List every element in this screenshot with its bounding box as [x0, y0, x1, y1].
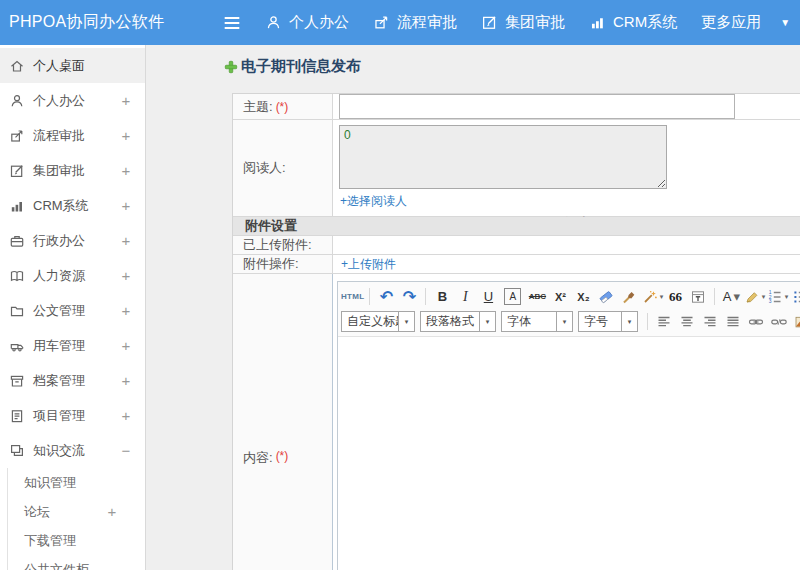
sidebar-item-personal-desktop[interactable]: 个人桌面 — [0, 48, 145, 83]
upload-attachment-link[interactable]: +上传附件 — [341, 256, 396, 273]
expand-toggle[interactable]: + — [120, 267, 132, 284]
sidebar-subitem-public-file-cabinet[interactable]: 公共文件柜 — [8, 555, 145, 570]
caret-down-icon: ▾ — [479, 312, 495, 331]
required-mark: (*) — [276, 100, 289, 114]
subject-input[interactable] — [339, 94, 735, 119]
readers-row: 阅读人: 0 +选择阅读人 请选择阅读人,不选为所有人可查看 提醒阅读人: ✔ … — [233, 120, 800, 217]
nav-personal-office[interactable]: 个人办公 — [265, 13, 349, 32]
eraser-icon[interactable] — [595, 286, 617, 307]
sidebar-item-document-management[interactable]: 公文管理 + — [0, 293, 145, 328]
sidebar-item-knowledge-exchange[interactable]: 知识交流 − — [0, 433, 145, 468]
sidebar-subitem-download-management[interactable]: 下载管理 — [8, 526, 145, 555]
sidebar-item-workflow-approval[interactable]: 流程审批 + — [0, 118, 145, 153]
highlight-pen-icon[interactable]: ▾ — [743, 286, 765, 307]
subscript-button[interactable]: X₂ — [572, 286, 594, 307]
redo-icon[interactable]: ↷ — [398, 286, 420, 307]
strikethrough-button[interactable]: ABC — [526, 286, 548, 307]
expand-toggle[interactable]: + — [120, 92, 132, 109]
paragraph-format-select[interactable]: 段落格式 ▾ — [420, 311, 496, 332]
sidebar-item-project-management[interactable]: 项目管理 + — [0, 398, 145, 433]
uploaded-attachments-label: 已上传附件: — [233, 236, 333, 254]
heading-select[interactable]: 自定义标题 ▾ — [341, 311, 415, 332]
font-size-select[interactable]: 字号 ▾ — [578, 311, 638, 332]
clipboard-icon — [9, 408, 25, 424]
italic-button[interactable]: I — [454, 286, 476, 307]
justify-icon[interactable] — [722, 311, 744, 332]
align-center-icon[interactable] — [676, 311, 698, 332]
blockquote-button[interactable]: 66 — [664, 286, 686, 307]
top-header: PHPOA协同办公软件 个人办公 流程审批 集团审批 CRM系统 更多应用 ▼ — [0, 0, 800, 45]
font-family-select[interactable]: 字体 ▾ — [501, 311, 573, 332]
page-title-text: 电子期刊信息发布 — [241, 57, 361, 76]
nav-label: 更多应用 — [701, 13, 761, 32]
caret-down-icon[interactable]: ▼ — [780, 17, 790, 28]
font-color-button[interactable]: A▾ — [720, 286, 742, 307]
expand-toggle[interactable]: + — [120, 302, 132, 319]
page-title: 电子期刊信息发布 — [224, 57, 361, 76]
subject-label: 主题: (*) — [233, 94, 333, 119]
attachment-ops-label: 附件操作: — [233, 255, 333, 273]
publish-form: 主题: (*) 阅读人: 0 +选择阅读人 请选择阅读人,不选为所有人可查看 提… — [232, 93, 800, 570]
undo-icon[interactable]: ↶ — [375, 286, 397, 307]
rich-text-editor: HTML ↶ ↷ B I U A ABC X² X₂ ▾ — [337, 281, 800, 570]
table-icon[interactable] — [687, 286, 709, 307]
caret-down-icon: ▾ — [398, 312, 414, 331]
expand-toggle[interactable]: + — [120, 337, 132, 354]
toolbar-separator — [647, 313, 648, 330]
sidebar-item-crm-system[interactable]: CRM系统 + — [0, 188, 145, 223]
person-icon — [265, 14, 282, 31]
font-box-button[interactable]: A — [504, 288, 521, 305]
expand-toggle[interactable]: + — [120, 372, 132, 389]
menu-toggle[interactable] — [221, 12, 243, 34]
expand-toggle[interactable]: + — [120, 127, 132, 144]
uploaded-attachments-value — [333, 236, 800, 254]
magic-wand-icon[interactable]: ▾ — [641, 286, 663, 307]
bold-button[interactable]: B — [431, 286, 453, 307]
bar-chart-icon — [9, 198, 25, 214]
nav-crm-system[interactable]: CRM系统 — [589, 13, 677, 32]
superscript-button[interactable]: X² — [549, 286, 571, 307]
nav-group-approval[interactable]: 集团审批 — [481, 13, 565, 32]
ordered-list-icon[interactable]: ▾ — [766, 286, 788, 307]
nav-more-apps[interactable]: 更多应用 ▼ — [701, 13, 790, 32]
html-source-button[interactable]: HTML — [341, 286, 364, 307]
sidebar-item-admin-office[interactable]: 行政办公 + — [0, 223, 145, 258]
sidebar-item-human-resources[interactable]: 人力资源 + — [0, 258, 145, 293]
unordered-list-icon[interactable] — [789, 286, 800, 307]
expand-toggle[interactable]: + — [120, 407, 132, 424]
sidebar-submenu: 知识管理 论坛 + 下载管理 公共文件柜 — [7, 468, 145, 570]
sidebar-item-archive-management[interactable]: 档案管理 + — [0, 363, 145, 398]
folder-icon — [9, 303, 25, 319]
sidebar: 个人桌面 个人办公 + 流程审批 + 集团审批 + CRM系统 + 行政办公 +… — [0, 45, 146, 570]
align-left-icon[interactable] — [653, 311, 675, 332]
format-painter-icon[interactable] — [618, 286, 640, 307]
align-right-icon[interactable] — [699, 311, 721, 332]
image-icon[interactable] — [791, 311, 800, 332]
sidebar-item-vehicle-management[interactable]: 用车管理 + — [0, 328, 145, 363]
sidebar-item-personal-office[interactable]: 个人办公 + — [0, 83, 145, 118]
expand-toggle[interactable]: + — [120, 197, 132, 214]
expand-toggle[interactable]: + — [120, 232, 132, 249]
underline-button[interactable]: U — [477, 286, 499, 307]
expand-toggle[interactable]: + — [106, 503, 118, 520]
sidebar-subitem-knowledge-management[interactable]: 知识管理 — [8, 468, 145, 497]
chat-icon — [9, 443, 25, 459]
subject-row: 主题: (*) — [233, 94, 800, 120]
readers-textarea[interactable]: 0 — [339, 125, 667, 189]
collapse-toggle[interactable]: − — [120, 442, 132, 459]
sidebar-subitem-forum[interactable]: 论坛 + — [8, 497, 145, 526]
unlink-icon[interactable] — [768, 311, 790, 332]
nav-workflow-approval[interactable]: 流程审批 — [373, 13, 457, 32]
person-icon — [9, 93, 25, 109]
content-row: 内容: (*) HTML ↶ ↷ B I U A ABC — [233, 274, 800, 570]
link-icon[interactable] — [745, 311, 767, 332]
sidebar-item-group-approval[interactable]: 集团审批 + — [0, 153, 145, 188]
expand-toggle[interactable]: + — [120, 162, 132, 179]
app-logo: PHPOA协同办公软件 — [0, 12, 209, 33]
edit-icon — [481, 14, 498, 31]
editor-content[interactable] — [338, 337, 800, 570]
nav-label: 流程审批 — [397, 13, 457, 32]
select-readers-link[interactable]: +选择阅读人 — [340, 193, 407, 210]
edit-icon — [9, 163, 25, 179]
main-content: 电子期刊信息发布 主题: (*) 阅读人: 0 +选择阅读人 请选择阅读人,不选… — [147, 45, 800, 570]
